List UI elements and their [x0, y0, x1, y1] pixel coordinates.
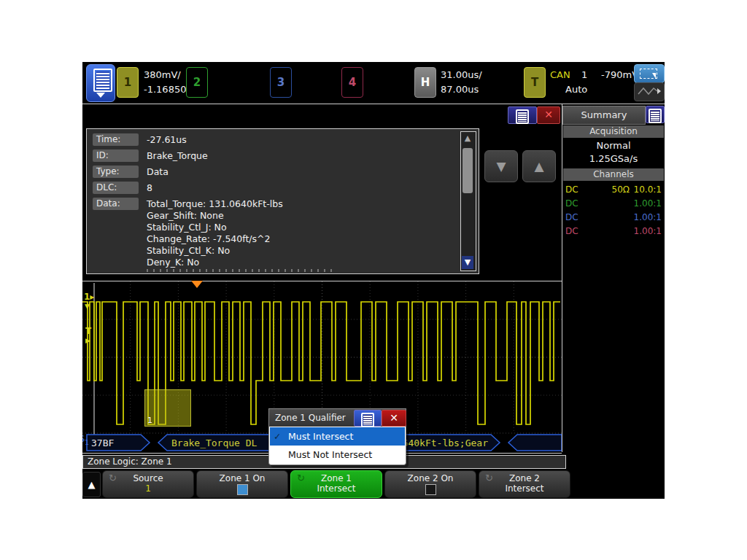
decode-frame-text-left: Brake_Torque DL [171, 438, 258, 448]
next-frame-button[interactable]: ▲ [522, 150, 556, 182]
channel-3-summary-row: DC 1.00:1 [562, 211, 665, 225]
channel-2-summary-row: DC 1.00:1 [562, 197, 665, 211]
trigger-source: 1 [581, 69, 587, 82]
cursor-arrow-icon [652, 73, 656, 79]
field-label-data: Data: [93, 198, 139, 210]
softkey-source[interactable]: ↻ Source 1 [102, 470, 194, 498]
lister-close-button[interactable]: ✕ [537, 106, 560, 124]
field-value-type: Data [147, 166, 169, 178]
channel-1-summary-row: DC 50Ω 10.0:1 [562, 183, 665, 197]
sidebar-tab-summary[interactable]: Summary [562, 106, 646, 125]
zone-1-label: 1 [147, 416, 152, 425]
menu-list-icon [516, 109, 529, 124]
zone-1-region[interactable]: 1 [144, 389, 191, 427]
zone-logic-status: Zone Logic: Zone 1 [88, 456, 172, 467]
trigger-type: CAN [550, 69, 570, 82]
popup-menu-button[interactable] [354, 410, 382, 427]
decode-source-label: S1 [82, 433, 89, 446]
data-line-0: Total_Torque: 131.0640kFt-lbs [147, 198, 283, 210]
zone-qualifier-popup: Zone 1 Qualifier ✕ ✓ Must Intersect Must… [268, 408, 406, 465]
rotate-knob-icon: ↻ [485, 472, 493, 483]
back-button[interactable]: ▲ [82, 472, 101, 497]
data-line-2: Stability_Ctl_J: No [147, 221, 227, 233]
channel-4-button[interactable]: 4 [341, 67, 363, 98]
ch2-coupling: DC [565, 197, 578, 211]
checkmark-icon: ✓ [270, 427, 285, 446]
ch4-probe: 1.00:1 [634, 225, 662, 238]
horizontal-delay: 87.00us [441, 83, 479, 96]
trigger-button[interactable]: T [524, 67, 546, 98]
data-line-3: Change_Rate: -7.540ft/s^2 [147, 233, 270, 245]
rotate-knob-icon: ↻ [297, 472, 305, 483]
field-value-id: Brake_Torque [147, 149, 208, 162]
field-label-dlc: DLC: [93, 182, 139, 194]
data-line-5: Deny_K: No [147, 256, 199, 268]
summary-sidebar: Summary Acquisition Normal 1.25GSa/s Cha… [562, 104, 665, 452]
popup-close-button[interactable]: ✕ [382, 410, 406, 427]
scroll-up-icon[interactable]: ▲ [462, 132, 473, 145]
trigger-mode: Auto [565, 83, 587, 96]
top-status-bar: 1 380mV/ -1.16850V 2 3 4 H 31.00us/ 87.0… [82, 62, 665, 104]
softkey-bar: ▲ ↻ Source 1 Zone 1 On ↻ Zone 1 Intersec… [82, 470, 665, 497]
main-menu-button[interactable] [86, 64, 115, 102]
zone-select-tool-button[interactable] [634, 64, 665, 83]
menu-item-must-intersect[interactable]: ✓ Must Intersect [270, 427, 405, 446]
rotate-knob-icon: ↻ [109, 472, 117, 483]
channel-3-button[interactable]: 3 [270, 67, 292, 98]
acquisition-mode: Normal [562, 139, 665, 152]
field-label-type: Type: [93, 166, 139, 178]
popup-title: Zone 1 Qualifier [269, 413, 346, 423]
sample-rate: 1.25GSa/s [562, 152, 665, 166]
menu-item-must-not-intersect[interactable]: Must Not Intersect [270, 446, 405, 464]
trigger-level-marker[interactable]: T▶ [85, 327, 91, 345]
trigger-position-icon[interactable] [191, 281, 203, 288]
ch2-probe: 1.00:1 [634, 197, 662, 211]
scrollbar-thumb[interactable] [462, 148, 473, 193]
section-header-acquisition: Acquisition [563, 125, 664, 138]
previous-frame-button[interactable]: ▼ [484, 150, 518, 182]
menu-list-icon [93, 69, 112, 92]
softkey-zone1-qualifier[interactable]: ↻ Zone 1 Intersect [290, 470, 382, 498]
field-label-time: Time: [93, 133, 139, 146]
field-value-time: -27.61us [147, 133, 187, 146]
data-line-4: Stability_Ctl_K: No [147, 244, 230, 257]
field-label-id: ID: [93, 149, 139, 162]
horizontal-button[interactable]: H [414, 67, 436, 98]
zone1-on-checkbox[interactable] [237, 484, 248, 495]
softkey-zone2-qualifier[interactable]: ↻ Zone 2 Intersect [479, 470, 570, 498]
decode-frame-id: 37BF [91, 438, 114, 448]
clipped-text-line [147, 269, 336, 272]
menu-list-icon [361, 413, 374, 427]
popup-title-bar[interactable]: Zone 1 Qualifier ✕ [268, 408, 406, 428]
marker-chevron-icon: ▼ [85, 302, 90, 311]
horizontal-scale: 31.00us/ [441, 69, 482, 82]
channel-1-button[interactable]: 1 [117, 67, 139, 98]
softkey-zone1-on[interactable]: Zone 1 On [196, 470, 288, 498]
decode-frame-text-right: 0640kFt-lbs;Gear [397, 438, 488, 448]
trigger-level: -790mV [601, 69, 638, 82]
lister-scrollbar[interactable]: ▲ ▼ [460, 131, 476, 271]
popup-menu: ✓ Must Intersect Must Not Intersect [268, 427, 406, 465]
ch1-probe: 10.0:1 [634, 183, 662, 197]
waveform-tool-button[interactable] [634, 82, 665, 101]
ch4-coupling: DC [565, 225, 578, 238]
channel-1-ground-marker[interactable]: 1▸ [84, 292, 94, 301]
data-line-1: Gear_Shift: None [147, 209, 224, 222]
channel-1-scale: 380mV/ [144, 69, 181, 82]
lister-menu-button[interactable] [508, 106, 537, 124]
field-value-dlc: 8 [147, 182, 152, 194]
ch3-probe: 1.00:1 [634, 211, 662, 225]
section-header-channels: Channels [563, 168, 664, 181]
sidebar-menu-button[interactable] [646, 106, 665, 123]
softkey-zone2-on[interactable]: Zone 2 On [384, 470, 476, 498]
oscilloscope-screen: 1 380mV/ -1.16850V 2 3 4 H 31.00us/ 87.0… [82, 62, 665, 499]
menu-list-icon [649, 109, 662, 123]
scroll-down-icon[interactable]: ▼ [462, 256, 473, 269]
channel-2-button[interactable]: 2 [186, 67, 208, 98]
ch3-coupling: DC [565, 211, 578, 225]
ch1-impedance: 50Ω [612, 183, 630, 197]
can-frame-details-panel: Time: -27.61us ID: Brake_Torque Type: Da… [86, 128, 479, 274]
channel-4-summary-row: DC 1.00:1 [562, 225, 665, 238]
ch1-coupling: DC [565, 183, 578, 197]
zone2-on-checkbox[interactable] [425, 484, 436, 495]
